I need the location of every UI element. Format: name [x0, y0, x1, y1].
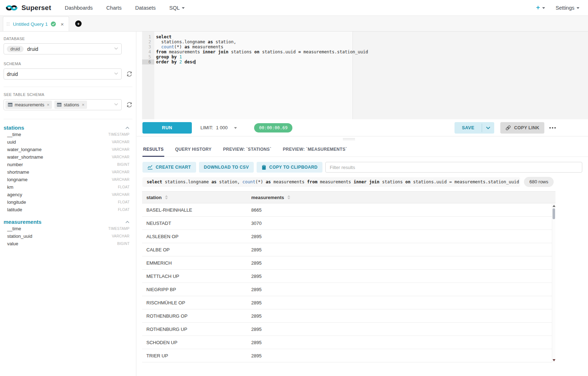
- results-tab[interactable]: PREVIEW: `STATIONS`: [222, 143, 272, 156]
- code-text: group by 1: [154, 54, 182, 59]
- query-tab[interactable]: Untitled Query 1 ×: [3, 16, 69, 31]
- results-table: stationmeasurements BASEL-RHEINHALLE8665…: [142, 191, 555, 362]
- column-header-label: station: [146, 195, 162, 200]
- table-row[interactable]: ROTHENBURG OP2895: [142, 309, 555, 323]
- new-item-menu[interactable]: +: [536, 4, 545, 11]
- database-select[interactable]: druid druid: [4, 43, 122, 54]
- cell-station: ALSLEBEN OP: [142, 234, 247, 239]
- database-label: DATABASE: [4, 37, 132, 41]
- refresh-schemas-button[interactable]: [126, 71, 132, 77]
- column-header-measurements[interactable]: measurements: [247, 195, 555, 200]
- schema-value: druid: [7, 71, 18, 77]
- nav-item-charts[interactable]: Charts: [106, 5, 122, 11]
- column-type: VARCHAR: [112, 193, 130, 197]
- copy-to-clipboard-button[interactable]: COPY TO CLIPBOARD: [257, 162, 322, 173]
- column-header-station[interactable]: station: [142, 195, 247, 200]
- sql-editor[interactable]: 1select2 stations.longname as station,3 …: [137, 32, 588, 119]
- collapse-icon[interactable]: [125, 221, 130, 223]
- divider: [4, 87, 132, 87]
- editor-line[interactable]: 2 stations.longname as station,: [142, 39, 588, 44]
- executed-query-preview[interactable]: select stations.longname as station, cou…: [142, 177, 520, 187]
- save-button[interactable]: SAVE: [455, 122, 482, 134]
- table-section-header[interactable]: measurements: [4, 219, 132, 225]
- table-row[interactable]: ROTHENBURG UP2895: [142, 323, 555, 336]
- table-row[interactable]: CALBE OP2895: [142, 243, 555, 256]
- editor-line[interactable]: 1select: [142, 34, 588, 39]
- download-csv-button[interactable]: DOWNLOAD TO CSV: [199, 162, 254, 173]
- scrollbar-thumb[interactable]: [553, 208, 555, 219]
- code-text: select: [154, 34, 171, 39]
- table-scrollbar[interactable]: [552, 204, 555, 362]
- top-navbar: Superset DashboardsChartsDatasetsSQL + S…: [0, 0, 588, 16]
- table-row[interactable]: ALSLEBEN OP2895: [142, 230, 555, 243]
- superset-brand[interactable]: Superset: [5, 4, 51, 12]
- refresh-tables-button[interactable]: [126, 102, 132, 108]
- save-options-button[interactable]: [482, 122, 494, 134]
- sort-icon[interactable]: [287, 195, 290, 199]
- table-icon: [8, 102, 13, 107]
- column-name: shortname: [7, 169, 29, 175]
- editor-line[interactable]: 6order by 2 desc: [142, 59, 588, 64]
- column-type: FLOAT: [118, 200, 130, 204]
- nav-item-sql[interactable]: SQL: [169, 5, 185, 11]
- limit-label: LIMIT:: [200, 125, 213, 130]
- table-row[interactable]: BASEL-RHEINHALLE8665: [142, 203, 555, 217]
- close-tab-icon[interactable]: ×: [61, 21, 64, 27]
- cell-station: EMMERICH: [142, 260, 247, 266]
- save-query-split-button[interactable]: SAVE: [455, 122, 495, 134]
- column-type: VARCHAR: [112, 148, 130, 151]
- table-row[interactable]: SCHODEN UP2895: [142, 336, 555, 349]
- column-type: TIMESTAMP: [108, 132, 130, 136]
- editor-line[interactable]: 3 count(*) as measurements: [142, 44, 588, 49]
- cell-measurements: 2895: [247, 327, 555, 332]
- code-text: order by 2 desc: [154, 59, 195, 64]
- column-type: BIGINT: [117, 163, 130, 167]
- results-tab[interactable]: QUERY HISTORY: [174, 143, 212, 156]
- schema-select[interactable]: druid: [4, 68, 122, 79]
- scroll-up-icon[interactable]: [553, 205, 555, 207]
- table-section-header[interactable]: stations: [4, 125, 132, 131]
- remove-chip-icon[interactable]: ×: [82, 102, 84, 107]
- table-chip-stations[interactable]: stations×: [54, 101, 87, 109]
- collapse-icon[interactable]: [125, 126, 130, 129]
- more-actions-icon[interactable]: [549, 127, 556, 129]
- results-tab[interactable]: RESULTS: [142, 143, 164, 156]
- sort-icon[interactable]: [165, 195, 168, 199]
- code-text: stations.longname as station,: [154, 39, 236, 44]
- cell-measurements: 2895: [247, 260, 555, 266]
- limit-dropdown[interactable]: LIMIT: 1 000: [200, 125, 237, 130]
- scroll-down-icon[interactable]: [553, 359, 555, 361]
- table-row[interactable]: NEUSTADT3070: [142, 217, 555, 230]
- settings-menu[interactable]: Settings: [556, 5, 579, 11]
- nav-item-datasets[interactable]: Datasets: [135, 5, 156, 11]
- drag-handle-icon[interactable]: [7, 22, 10, 26]
- cell-measurements: 2895: [247, 287, 555, 292]
- add-tab-button[interactable]: +: [75, 20, 82, 27]
- nav-item-dashboards[interactable]: Dashboards: [65, 5, 93, 11]
- editor-line[interactable]: 4from measurements inner join stations o…: [142, 49, 588, 54]
- filter-results-input[interactable]: [325, 162, 582, 173]
- cell-measurements: 2895: [247, 247, 555, 252]
- table-row[interactable]: NIEGRIPP BP2895: [142, 283, 555, 296]
- column-type: VARCHAR: [112, 178, 130, 182]
- table-row[interactable]: RISCHMÜHLE OP2895: [142, 296, 555, 309]
- create-chart-button[interactable]: CREATE CHART: [142, 162, 196, 173]
- table-row[interactable]: METTLACH UP2895: [142, 270, 555, 283]
- results-tab[interactable]: PREVIEW: `MEASUREMENTS`: [282, 143, 348, 156]
- table-row[interactable]: TRIER UP2895: [142, 349, 555, 362]
- table-chip-measurements[interactable]: measurements×: [5, 101, 52, 109]
- column-name: agency: [7, 192, 22, 197]
- editor-line[interactable]: 5group by 1: [142, 54, 588, 59]
- chevron-down-icon: [114, 72, 118, 75]
- copy-link-button[interactable]: COPY LINK: [500, 122, 544, 134]
- table-select[interactable]: measurements×stations×: [4, 99, 122, 110]
- caret-down-icon: [577, 7, 579, 9]
- remove-chip-icon[interactable]: ×: [47, 102, 50, 107]
- table-section-measurements: measurements__timeTIMESTAMPstation_uuidV…: [4, 219, 132, 247]
- pane-resize-handle[interactable]: [343, 138, 355, 141]
- column-name: latitude: [7, 207, 22, 212]
- run-query-button[interactable]: RUN: [142, 122, 192, 134]
- table-row[interactable]: EMMERICH2895: [142, 256, 555, 270]
- column-row: valueBIGINT: [4, 240, 132, 247]
- ace-editor-surface[interactable]: 1select2 stations.longname as station,3 …: [142, 32, 588, 119]
